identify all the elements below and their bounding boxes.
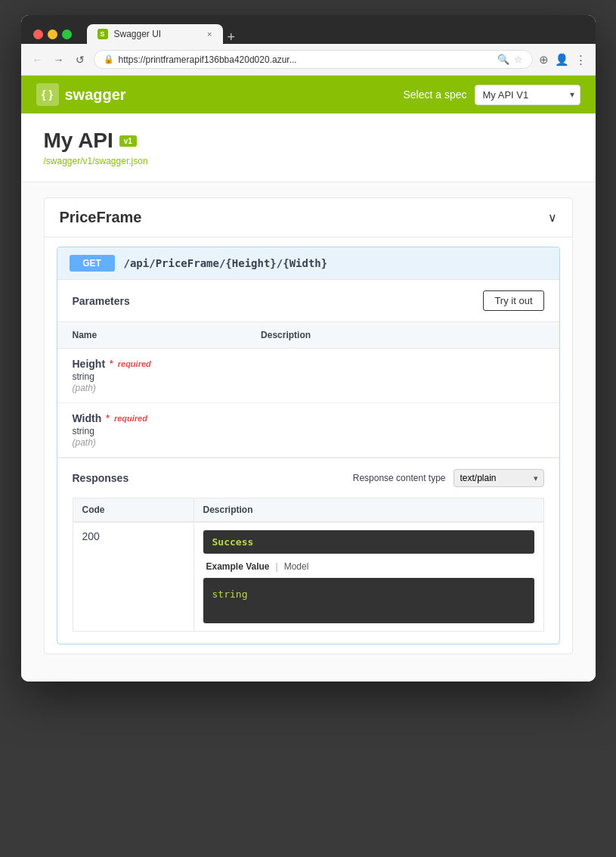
content-type-select-wrap[interactable]: text/plain (453, 469, 544, 487)
content-type-select[interactable]: text/plain (453, 469, 544, 487)
spec-dropdown-wrap[interactable]: My API V1 (475, 85, 580, 105)
section-header[interactable]: PriceFrame ∨ (45, 198, 572, 238)
model-tab[interactable]: Model (281, 561, 312, 572)
search-icon: 🔍 (497, 54, 509, 65)
params-title: Parameters (73, 295, 130, 307)
param-desc-col-width (261, 412, 543, 448)
api-json-link[interactable]: /swagger/v1/swagger.json (44, 156, 573, 166)
close-window-button[interactable] (33, 29, 43, 39)
param-desc-col-height (261, 358, 543, 393)
width-required-label: required (114, 414, 147, 423)
responses-title: Responses (73, 472, 129, 484)
col-desc-header: Description (261, 330, 543, 340)
width-required-star: * (106, 413, 110, 424)
params-table: Name Description Height * required (57, 321, 559, 458)
param-row-height: Height * required string (path) (57, 349, 559, 403)
url-text: https://printframerapif136bba420d020.azu… (119, 54, 493, 65)
height-required-star: * (110, 359, 113, 369)
version-badge: v1 (119, 135, 137, 147)
endpoint-body: Parameters Try it out Name Description (57, 279, 559, 632)
response-row-200: 200 Success Example Value | Model (73, 522, 543, 631)
spec-dropdown[interactable]: My API V1 (475, 85, 580, 105)
maximize-window-button[interactable] (62, 29, 72, 39)
toolbar-icons: ⊕ 👤 ⋮ (539, 53, 587, 67)
tab-favicon: S (98, 29, 108, 39)
method-badge: GET (70, 255, 115, 272)
tab-title: Swagger UI (114, 29, 162, 39)
tabs-bar: S Swagger UI × + (87, 24, 583, 44)
content-type-label: Response content type (353, 473, 446, 483)
param-row-width: Width * required string (path) (57, 403, 559, 458)
spec-label: Select a spec (403, 88, 466, 101)
width-param-name: Width (73, 412, 102, 424)
more-options-icon[interactable]: ⋮ (575, 53, 587, 67)
param-name-col-height: Height * required string (path) (73, 358, 262, 393)
resp-header-code: Code (73, 498, 194, 521)
height-location: (path) (73, 383, 262, 393)
api-section-priceframe: PriceFrame ∨ GET /api/PriceFrame/{Height… (44, 197, 573, 654)
browser-titlebar: S Swagger UI × + (21, 15, 596, 44)
example-value-tab[interactable]: Example Value (203, 561, 273, 572)
content-type-wrap: Response content type text/plain (353, 469, 544, 487)
spec-selector: Select a spec My API V1 (403, 85, 580, 105)
lock-icon: 🔒 (104, 54, 114, 64)
swagger-main: PriceFrame ∨ GET /api/PriceFrame/{Height… (21, 182, 596, 682)
param-name-height: Height * required (73, 358, 262, 370)
api-info: My API v1 /swagger/v1/swagger.json (21, 113, 596, 182)
tab-close-button[interactable]: × (207, 29, 212, 39)
tab-separator: | (276, 561, 278, 572)
swagger-logo-text: swagger (65, 86, 126, 104)
responses-header: Responses Response content type text/pla… (57, 458, 559, 498)
profile-icon[interactable]: 👤 (555, 53, 569, 67)
section-chevron-icon: ∨ (548, 210, 557, 225)
resp-success-text: Success (203, 530, 534, 554)
api-title-row: My API v1 (44, 129, 573, 153)
height-type: string (73, 371, 262, 382)
swagger-logo-icon: { } (36, 83, 59, 106)
section-title: PriceFrame (60, 209, 142, 226)
col-name-header: Name (73, 330, 262, 340)
param-name-col-width: Width * required string (path) (73, 412, 262, 448)
swagger-content: { } swagger Select a spec My API V1 My A… (21, 76, 596, 682)
try-it-out-button[interactable]: Try it out (483, 290, 543, 311)
back-button[interactable]: ← (30, 52, 45, 67)
param-name-width: Width * required (73, 412, 262, 424)
endpoint-header[interactable]: GET /api/PriceFrame/{Height}/{Width} (57, 247, 559, 279)
active-tab[interactable]: S Swagger UI × (87, 24, 223, 44)
width-type: string (73, 426, 262, 436)
extensions-icon[interactable]: ⊕ (539, 53, 549, 67)
response-table: Code Description 200 Success Example Val… (73, 498, 544, 632)
address-bar[interactable]: 🔒 https://printframerapif136bba420d020.a… (94, 50, 533, 69)
example-value-tabs: Example Value | Model (203, 561, 534, 572)
response-table-header: Code Description (73, 498, 543, 522)
example-code-block: string (203, 578, 534, 623)
browser-toolbar: ← → ↺ 🔒 https://printframerapif136bba420… (21, 44, 596, 76)
resp-desc-200: Success Example Value | Model string (194, 523, 543, 631)
params-header: Parameters Try it out (57, 279, 559, 321)
endpoint-path: /api/PriceFrame/{Height}/{Width} (124, 257, 328, 269)
new-tab-button[interactable]: + (228, 30, 236, 44)
minimize-window-button[interactable] (48, 29, 57, 39)
swagger-logo: { } swagger (36, 83, 126, 106)
traffic-lights (33, 29, 72, 39)
resp-code-200: 200 (73, 523, 194, 631)
api-title-text: My API (44, 129, 113, 153)
responses-section: Responses Response content type text/pla… (57, 458, 559, 632)
endpoint-get: GET /api/PriceFrame/{Height}/{Width} Par… (57, 247, 560, 644)
refresh-button[interactable]: ↺ (73, 52, 88, 67)
swagger-header: { } swagger Select a spec My API V1 (21, 76, 596, 113)
bookmark-icon: ☆ (514, 54, 523, 65)
height-param-name: Height (73, 358, 106, 370)
height-required-label: required (118, 359, 151, 368)
forward-button[interactable]: → (51, 52, 67, 67)
params-table-header: Name Description (57, 322, 559, 349)
resp-header-desc: Description (194, 498, 543, 521)
width-location: (path) (73, 437, 262, 448)
